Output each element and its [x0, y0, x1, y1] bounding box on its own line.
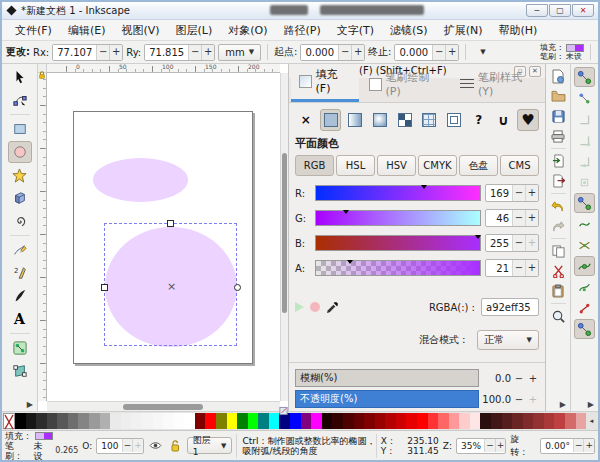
palette-swatch[interactable]	[385, 413, 396, 429]
star-tool[interactable]	[8, 164, 32, 186]
rx-plus-button[interactable]: +	[109, 45, 122, 60]
palette-swatch[interactable]	[311, 413, 322, 429]
palette-swatch[interactable]	[301, 413, 312, 429]
stroke-width-value[interactable]: 0.265	[55, 446, 78, 456]
alpha-slider[interactable]	[315, 260, 481, 276]
layer-lock-toggle[interactable]	[167, 438, 182, 454]
open-document-button[interactable]	[549, 87, 568, 105]
copy-button[interactable]	[549, 242, 568, 260]
snap-enable-button[interactable]	[574, 67, 595, 87]
fill-pattern-button[interactable]	[394, 109, 416, 131]
palette-swatch[interactable]	[576, 413, 587, 429]
connector-tool[interactable]	[8, 337, 32, 359]
palette-swatch[interactable]	[216, 413, 227, 429]
tab-fill[interactable]: 填充(F)	[291, 64, 359, 102]
snap-bbox-edge-button[interactable]	[574, 109, 595, 129]
end-minus-button[interactable]: −	[432, 45, 445, 60]
redo-button[interactable]	[549, 217, 568, 235]
pen-tool[interactable]	[8, 285, 32, 307]
zoom-plus-button[interactable]: +	[495, 439, 506, 452]
blend-mode-dropdown[interactable]: 正常 ▼	[477, 330, 539, 350]
pencil-tool[interactable]	[8, 239, 32, 261]
palette-swatch[interactable]	[364, 413, 375, 429]
mode-hsl[interactable]: HSL	[336, 155, 375, 176]
snap-more-arrow[interactable]: ▶	[588, 400, 594, 409]
red-plus-button[interactable]: +	[525, 185, 538, 201]
rotation-center-mark[interactable]: ×	[167, 282, 176, 292]
start-value[interactable]: 0.000	[301, 45, 338, 60]
horizontal-ruler[interactable]: 0 50 100 150 200	[47, 64, 280, 73]
rectangle-tool[interactable]	[8, 118, 32, 140]
unit-dropdown[interactable]: mm ▼	[218, 44, 261, 61]
new-document-button[interactable]	[549, 67, 568, 85]
save-document-button[interactable]	[549, 107, 568, 125]
palette-swatch[interactable]	[375, 413, 386, 429]
palette-swatch[interactable]	[153, 413, 164, 429]
ellipse-tool[interactable]	[8, 141, 32, 163]
palette-swatch[interactable]	[131, 413, 142, 429]
palette-swatch[interactable]	[491, 413, 502, 429]
node-tool[interactable]	[8, 89, 32, 111]
fill-mesh-button[interactable]	[418, 109, 440, 131]
palette-swatch[interactable]	[110, 413, 121, 429]
spiral-tool[interactable]	[8, 210, 32, 232]
zoom-button[interactable]	[549, 307, 568, 325]
slider-marker[interactable]	[421, 185, 427, 189]
canvas-corner-button[interactable]	[279, 401, 288, 411]
vertical-ruler[interactable]	[38, 73, 47, 401]
restore-button[interactable]: ▢	[549, 4, 571, 17]
green-plus-button[interactable]: +	[525, 210, 538, 226]
blue-slider[interactable]	[315, 235, 481, 251]
snap-nodes-button[interactable]	[574, 193, 595, 213]
snap-path-button[interactable]	[574, 214, 595, 234]
ry-plus-button[interactable]: +	[201, 45, 214, 60]
palette-swatch[interactable]	[26, 413, 37, 429]
fill-none-button[interactable]: ×	[295, 109, 317, 131]
palette-swatch[interactable]	[57, 413, 68, 429]
rgba-input[interactable]: a92eff35	[481, 298, 539, 316]
alpha-minus-button[interactable]: −	[512, 260, 525, 276]
fill-radial-gradient-button[interactable]	[369, 109, 391, 131]
palette-swatch[interactable]	[248, 413, 259, 429]
menu-edit[interactable]: 编辑(E)	[61, 21, 113, 40]
slider-marker[interactable]	[343, 210, 349, 214]
palette-swatch[interactable]	[502, 413, 513, 429]
ry-minus-button[interactable]: −	[188, 45, 201, 60]
snap-bbox-button[interactable]	[574, 88, 595, 108]
fill-heart-button[interactable]: ♥	[517, 109, 539, 131]
palette-swatch[interactable]	[554, 413, 565, 429]
palette-swatch[interactable]	[480, 413, 491, 429]
menu-help[interactable]: 帮助(H)	[491, 21, 544, 40]
snap-bbox-corner-button[interactable]	[574, 130, 595, 150]
palette-swatch[interactable]	[322, 413, 333, 429]
end-value[interactable]: 0.000	[395, 45, 432, 60]
zoom-value[interactable]: 35%	[457, 441, 484, 451]
gradient-tool[interactable]	[8, 360, 32, 382]
palette-swatch[interactable]	[227, 413, 238, 429]
palette-swatch[interactable]	[174, 413, 185, 429]
palette-swatch[interactable]	[417, 413, 428, 429]
rx-value[interactable]: 77.107	[53, 45, 96, 60]
blue-minus-button[interactable]: −	[512, 235, 525, 251]
blur-plus-button[interactable]: +	[527, 373, 539, 384]
snap-bbox-center-button[interactable]	[574, 172, 595, 192]
palette-swatch[interactable]	[449, 413, 460, 429]
green-value[interactable]: 46	[486, 213, 512, 224]
calligraphy-tool[interactable]: 2	[8, 262, 32, 284]
minimize-button[interactable]: ─	[526, 4, 548, 17]
blur-value[interactable]: 0.0	[481, 373, 511, 384]
rx-minus-button[interactable]: −	[96, 45, 109, 60]
layer-visibility-toggle[interactable]	[148, 438, 163, 454]
menu-filters[interactable]: 滤镜(S)	[383, 21, 435, 40]
current-layer-dropdown[interactable]: 图层 1 ▼	[187, 437, 233, 454]
import-button[interactable]	[549, 152, 568, 170]
red-minus-button[interactable]: −	[512, 185, 525, 201]
vscroll-thumb[interactable]	[282, 153, 287, 313]
palette-swatch[interactable]	[195, 413, 206, 429]
opacity-minus-button[interactable]: −	[122, 439, 133, 452]
gamut-triangle-icon[interactable]	[295, 302, 304, 312]
snap-edge-midpoint-button[interactable]	[574, 151, 595, 171]
paste-button[interactable]	[549, 282, 568, 300]
fill-linear-gradient-button[interactable]	[344, 109, 366, 131]
object-opacity-value[interactable]: 100	[97, 441, 121, 451]
